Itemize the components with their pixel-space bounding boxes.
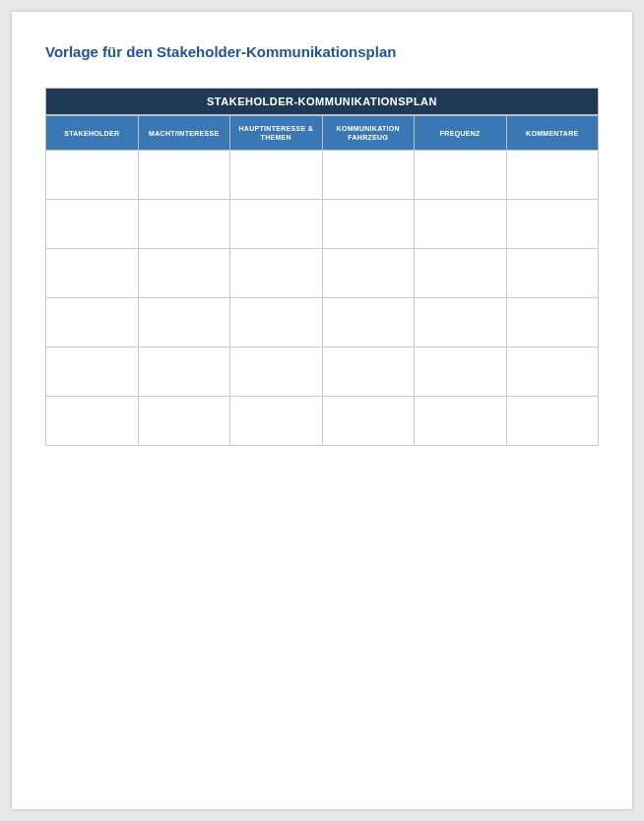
- cell[interactable]: [506, 397, 599, 446]
- column-header: KOMMENTARE: [506, 116, 599, 151]
- cell[interactable]: [415, 347, 507, 397]
- table-row: [46, 200, 599, 249]
- cell[interactable]: [506, 200, 599, 249]
- table-row: [46, 249, 599, 298]
- cell[interactable]: [138, 347, 230, 397]
- table-banner: STAKEHOLDER-KOMMUNIKATIONSPLAN: [45, 88, 599, 115]
- cell[interactable]: [506, 249, 599, 298]
- table-row: [46, 397, 599, 446]
- table-row: [46, 298, 599, 347]
- column-header: HAUPTINTERESSE & THEMEN: [230, 116, 323, 151]
- cell[interactable]: [46, 298, 139, 347]
- cell[interactable]: [46, 151, 139, 200]
- cell[interactable]: [415, 298, 507, 347]
- document-page: Vorlage für den Stakeholder-Kommunikatio…: [12, 12, 632, 809]
- cell[interactable]: [230, 397, 323, 446]
- cell[interactable]: [506, 151, 599, 200]
- cell[interactable]: [506, 298, 599, 347]
- cell[interactable]: [138, 298, 230, 347]
- cell[interactable]: [322, 298, 415, 347]
- cell[interactable]: [230, 151, 323, 200]
- cell[interactable]: [46, 200, 139, 249]
- cell[interactable]: [415, 151, 507, 200]
- cell[interactable]: [415, 397, 507, 446]
- column-header: STAKEHOLDER: [46, 116, 139, 151]
- cell[interactable]: [230, 298, 323, 347]
- table-container: STAKEHOLDER-KOMMUNIKATIONSPLAN STAKEHOLD…: [45, 88, 599, 446]
- cell[interactable]: [138, 397, 230, 446]
- communication-plan-table: STAKEHOLDER MACHT/INTERESSE HAUPTINTERES…: [45, 115, 599, 446]
- cell[interactable]: [322, 249, 415, 298]
- cell[interactable]: [46, 347, 139, 397]
- page-title: Vorlage für den Stakeholder-Kommunikatio…: [45, 43, 599, 60]
- cell[interactable]: [230, 249, 323, 298]
- cell[interactable]: [46, 249, 139, 298]
- column-header: MACHT/INTERESSE: [138, 116, 230, 151]
- cell[interactable]: [506, 347, 599, 397]
- cell[interactable]: [138, 151, 230, 200]
- column-header: KOMMUNIKATION FAHRZEUG: [322, 116, 415, 151]
- cell[interactable]: [46, 397, 139, 446]
- cell[interactable]: [138, 200, 230, 249]
- cell[interactable]: [230, 200, 323, 249]
- table-row: [46, 347, 599, 397]
- table-header-row: STAKEHOLDER MACHT/INTERESSE HAUPTINTERES…: [46, 116, 599, 151]
- cell[interactable]: [138, 249, 230, 298]
- cell[interactable]: [230, 347, 323, 397]
- table-row: [46, 151, 599, 200]
- column-header: FREQUENZ: [415, 116, 507, 151]
- cell[interactable]: [322, 347, 415, 397]
- cell[interactable]: [322, 151, 415, 200]
- cell[interactable]: [415, 249, 507, 298]
- table-body: [46, 151, 599, 446]
- cell[interactable]: [322, 397, 415, 446]
- cell[interactable]: [322, 200, 415, 249]
- cell[interactable]: [415, 200, 507, 249]
